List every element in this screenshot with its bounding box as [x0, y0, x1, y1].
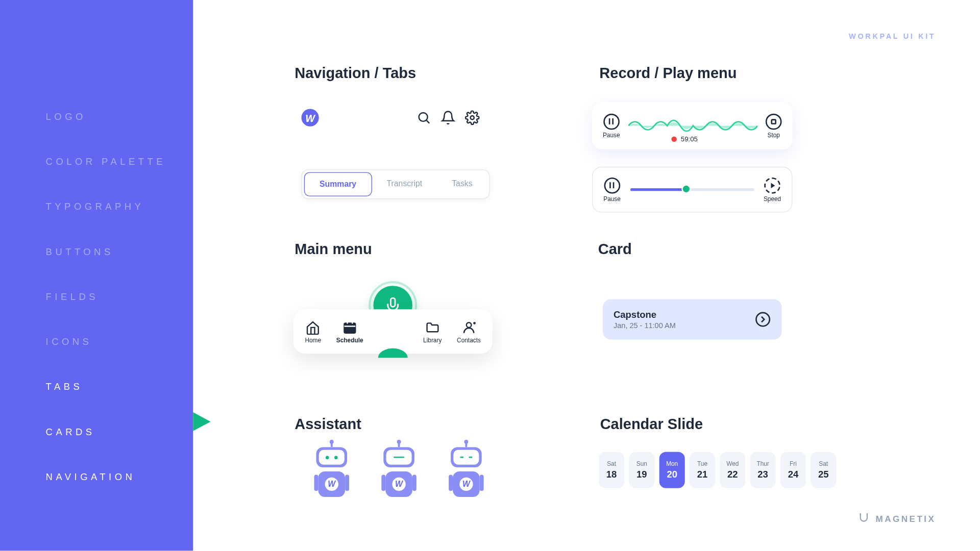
svg-point-9	[467, 322, 472, 328]
pause-label: Pause	[603, 132, 620, 138]
cal-day-19[interactable]: Sun19	[629, 452, 654, 488]
nav-row: W	[301, 109, 479, 127]
speed-label: Speed	[764, 195, 781, 202]
home-icon	[306, 320, 321, 335]
svg-rect-5	[344, 323, 355, 333]
contacts-icon	[461, 320, 476, 335]
speed-button[interactable]: Speed	[764, 177, 781, 202]
svg-point-2	[471, 116, 474, 119]
tab-summary[interactable]: Summary	[304, 172, 372, 196]
waveform-icon	[628, 115, 757, 136]
record-time-value: 59:05	[681, 135, 698, 142]
section-title-mainmenu: Main menu	[295, 241, 372, 258]
sidebar: LOGO COLOR PALETTE TYPOGRAPHY BUTTONS FI…	[0, 0, 193, 550]
mm-library[interactable]: Library	[423, 320, 442, 343]
sidebar-item-navigation[interactable]: NAVIGATION	[46, 471, 193, 482]
card-subtitle: Jan, 25 - 11:00 AM	[614, 321, 676, 330]
sidebar-item-color-palette[interactable]: COLOR PALETTE	[46, 156, 193, 167]
mm-schedule[interactable]: Schedule	[336, 320, 363, 343]
pause-button[interactable]: Pause	[603, 113, 620, 138]
folder-icon	[425, 320, 440, 335]
section-title-nav: Navigation / Tabs	[295, 65, 416, 82]
cal-day-23[interactable]: Thur23	[750, 452, 776, 488]
section-title-card: Card	[598, 241, 632, 258]
svg-point-0	[419, 113, 428, 121]
stop-button[interactable]: Stop	[766, 113, 782, 138]
tabs: Summary Transcript Tasks	[301, 169, 489, 199]
mainmenu: Home Schedule Library Contacts	[293, 309, 493, 354]
search-icon[interactable]	[416, 110, 431, 125]
section-title-record: Record / Play menu	[599, 65, 737, 82]
mm-home-label: Home	[305, 337, 321, 343]
assistant-bots: W W W	[316, 447, 481, 497]
sidebar-item-tabs[interactable]: TABS	[46, 381, 193, 392]
brand-label: MAGNETIX	[875, 513, 936, 523]
stop-label: Stop	[767, 132, 779, 138]
mm-contacts-label: Contacts	[457, 337, 481, 343]
mm-schedule-label: Schedule	[336, 337, 363, 343]
play-pause-button[interactable]: Pause	[603, 177, 621, 202]
cal-day-25[interactable]: Sat25	[811, 452, 836, 488]
calendar-icon	[342, 320, 357, 335]
mm-contacts[interactable]: Contacts	[457, 320, 481, 343]
cal-day-24[interactable]: Fri24	[780, 452, 806, 488]
kit-label: WORKPAL UI KIT	[849, 32, 936, 40]
tab-transcript[interactable]: Transcript	[372, 172, 437, 196]
mm-library-label: Library	[423, 337, 442, 343]
sidebar-item-typography[interactable]: TYPOGRAPHY	[46, 201, 193, 212]
svg-rect-3	[390, 298, 395, 307]
slider-thumb-icon[interactable]	[681, 184, 690, 193]
cal-day-18[interactable]: Sat18	[599, 452, 624, 488]
bell-icon[interactable]	[440, 110, 455, 125]
bot-sleep-icon: W	[451, 447, 482, 497]
play-card: Pause Speed	[592, 167, 793, 213]
sidebar-item-cards[interactable]: CARDS	[46, 427, 193, 437]
record-time: 59:05	[671, 135, 697, 142]
chevron-right-circle-icon	[755, 311, 771, 328]
calendar-slide: Sat18 Sun19 Mon20 Tue21 Wed22 Thur23 Fri…	[599, 452, 836, 488]
sidebar-item-fields[interactable]: FIELDS	[46, 291, 193, 302]
cal-day-22[interactable]: Wed22	[720, 452, 745, 488]
progress-slider[interactable]	[630, 188, 754, 192]
section-title-calendar: Calendar Slide	[600, 416, 703, 433]
play-pause-label: Pause	[603, 195, 621, 202]
mm-home[interactable]: Home	[305, 320, 321, 343]
app-logo-icon[interactable]: W	[301, 109, 318, 127]
section-title-assistant: Assistant	[295, 416, 361, 433]
cal-day-20[interactable]: Mon20	[659, 452, 685, 488]
sidebar-item-logo[interactable]: LOGO	[46, 111, 193, 121]
card-title: Capstone	[614, 309, 676, 320]
sidebar-item-buttons[interactable]: BUTTONS	[46, 246, 193, 257]
cal-day-21[interactable]: Tue21	[690, 452, 715, 488]
gear-icon[interactable]	[465, 110, 480, 125]
svg-line-1	[427, 120, 429, 123]
sidebar-item-icons[interactable]: ICONS	[46, 336, 193, 347]
bot-happy-icon: W	[316, 447, 347, 497]
bot-neutral-icon: W	[383, 447, 414, 497]
event-card[interactable]: Capstone Jan, 25 - 11:00 AM	[603, 299, 782, 340]
record-dot-icon	[671, 136, 677, 142]
svg-point-12	[756, 313, 769, 326]
sidebar-indicator-icon	[193, 412, 210, 431]
brand-footer: MAGNETIX	[857, 512, 936, 525]
magnet-icon	[857, 512, 870, 525]
tab-tasks[interactable]: Tasks	[437, 172, 487, 196]
